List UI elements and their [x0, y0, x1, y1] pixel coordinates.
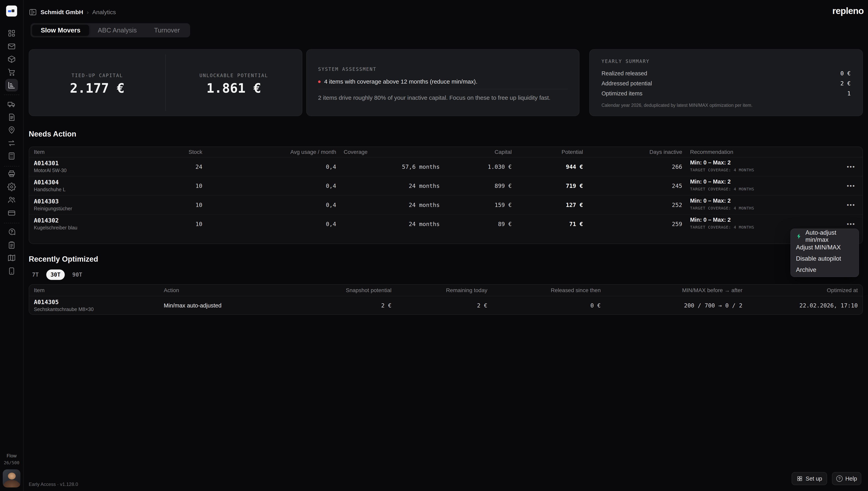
col-optimized-at: Optimized at [827, 287, 858, 293]
item-code: A014301 [34, 160, 59, 167]
bar-chart-icon [7, 81, 16, 89]
recommendation-text: Min: 0 – Max: 2 [690, 198, 731, 204]
summary-row: Optimized items 1 [601, 90, 851, 97]
menu-item-adjust-minmax[interactable]: Adjust MIN/MAX [791, 242, 859, 253]
recently-optimized-title: Recently Optimized [29, 255, 98, 263]
truck-icon [7, 100, 16, 108]
set-up-button[interactable]: Set up [792, 472, 827, 485]
sidebar-item-locations[interactable] [5, 124, 18, 136]
remaining-today-value: 2 € [477, 302, 487, 309]
col-coverage: Coverage [344, 149, 367, 155]
assessment-alert: 4 items with coverage above 12 months (r… [318, 78, 477, 85]
kpi-label: UNLOCKABLE POTENTIAL [166, 73, 302, 78]
menu-item-archive[interactable]: Archive [791, 264, 859, 276]
range-toggle: 7T 30T 90T [32, 269, 82, 280]
item-code: A014304 [34, 179, 59, 186]
map-pin-icon [7, 126, 16, 134]
avg-usage-value: 0,4 [326, 164, 336, 170]
stock-value: 10 [195, 221, 202, 227]
sidebar-item-team[interactable] [5, 193, 18, 206]
potential-value: 71 € [569, 221, 583, 227]
alert-dot-icon [318, 81, 320, 83]
mail-icon [7, 42, 16, 51]
target-coverage-text: TARGET COVERAGE: 4 MONTHS [690, 187, 754, 192]
sidebar-item-analytics[interactable] [5, 79, 18, 91]
sidebar-item-billing[interactable] [5, 207, 18, 219]
sidebar-divider [4, 166, 19, 167]
recommendation-text: Min: 0 – Max: 2 [690, 216, 731, 223]
gear-icon [7, 182, 16, 191]
sidebar-item-settings[interactable] [5, 181, 18, 193]
summary-value: 0 € [840, 70, 851, 77]
sidebar-item-reports[interactable] [5, 239, 18, 252]
item-name: MotorAl 5W-30 [34, 168, 66, 173]
table-row[interactable]: A014301 MotorAl 5W-30 24 0,4 57,6 months… [29, 157, 863, 176]
breadcrumb-page: Analytics [92, 9, 116, 16]
help-chat-icon [7, 227, 16, 236]
app-logo[interactable] [6, 5, 17, 17]
package-icon [7, 55, 16, 63]
clipboard-icon [7, 241, 16, 250]
dashboard-icon [7, 29, 16, 37]
tab-slow-movers[interactable]: Slow Movers [32, 25, 89, 36]
table-row[interactable]: A014302 Kugelschreiber blau 10 0,4 24 mo… [29, 214, 863, 233]
row-actions-button[interactable]: ••• [847, 221, 856, 227]
tab-turnover[interactable]: Turnover [145, 25, 189, 36]
col-released-since: Released since then [551, 287, 601, 293]
table-row[interactable]: A014303 Reinigungstücher 10 0,4 24 month… [29, 196, 863, 214]
swap-arrows-icon [7, 139, 16, 148]
tab-abc-analysis[interactable]: ABC Analysis [89, 25, 145, 36]
kpi-tied-up-capital: TIED-UP CAPITAL 2.177 € [29, 50, 165, 116]
summary-label: Addressed potential [601, 80, 652, 87]
avg-usage-value: 0,4 [326, 182, 336, 189]
user-avatar[interactable] [3, 469, 21, 488]
row-actions-button[interactable]: ••• [847, 182, 856, 189]
table-header: Item Stock Avg usage / month Coverage Ca… [29, 147, 863, 157]
recommendation-text: Min: 0 – Max: 2 [690, 160, 731, 166]
avg-usage-value: 0,4 [326, 202, 336, 208]
table-row[interactable]: A014304 Handschuhe L 10 0,4 24 months 89… [29, 176, 863, 196]
table-row[interactable]: A014305 Sechskantschraube M8×30 Min/max … [29, 296, 863, 315]
potential-value: 944 € [566, 164, 583, 170]
range-7t[interactable]: 7T [32, 271, 39, 278]
capital-value: 1.030 € [488, 164, 512, 170]
potential-value: 127 € [566, 202, 583, 208]
sidebar-item-support[interactable] [5, 225, 18, 238]
menu-item-auto-adjust[interactable]: Auto-adjust min/max [791, 231, 859, 242]
col-days-inactive: Days inactive [649, 149, 682, 155]
breadcrumb-company[interactable]: Schmidt GmbH [40, 9, 83, 16]
potential-value: 719 € [566, 182, 583, 189]
flow-count: 26/500 [0, 460, 23, 465]
kpi-label: TIED-UP CAPITAL [29, 73, 165, 78]
range-30t[interactable]: 30T [46, 269, 65, 280]
panel-toggle-icon[interactable] [29, 8, 37, 16]
range-90t[interactable]: 90T [72, 271, 82, 278]
sidebar-item-products[interactable] [5, 53, 18, 65]
summary-label: Optimized items [601, 90, 642, 97]
sidebar-item-inbox[interactable] [5, 40, 18, 53]
calculator-icon [7, 152, 16, 160]
row-actions-button[interactable]: ••• [847, 202, 856, 208]
sidebar-item-orders[interactable] [5, 66, 18, 78]
breadcrumb-separator: › [87, 9, 89, 16]
sidebar-item-mobile[interactable] [5, 265, 18, 277]
help-button[interactable]: ? Help [832, 472, 861, 485]
sidebar-item-suppliers[interactable] [5, 98, 18, 110]
sidebar-item-dashboard[interactable] [5, 27, 18, 39]
card-label: YEARLY SUMMARY [601, 59, 649, 64]
minmax-before-after-value: 200 / 700 → 0 / 2 [684, 302, 743, 309]
menu-item-disable-autopilot[interactable]: Disable autopilot [791, 253, 859, 264]
col-avg-usage: Avg usage / month [290, 149, 336, 155]
coverage-value: 24 months [409, 202, 440, 208]
row-context-menu: Auto-adjust min/max Adjust MIN/MAX Disab… [790, 229, 859, 277]
sidebar-item-printer[interactable] [5, 167, 18, 180]
credit-card-icon [7, 209, 16, 218]
sidebar-item-documents[interactable] [5, 111, 18, 123]
item-name: Sechskantschraube M8×30 [34, 307, 94, 312]
sidebar-item-transfers[interactable] [5, 137, 18, 149]
file-text-icon [7, 113, 16, 121]
col-potential: Potential [562, 149, 583, 155]
sidebar-item-map[interactable] [5, 252, 18, 264]
row-actions-button[interactable]: ••• [847, 164, 856, 170]
sidebar-item-calculator[interactable] [5, 150, 18, 162]
